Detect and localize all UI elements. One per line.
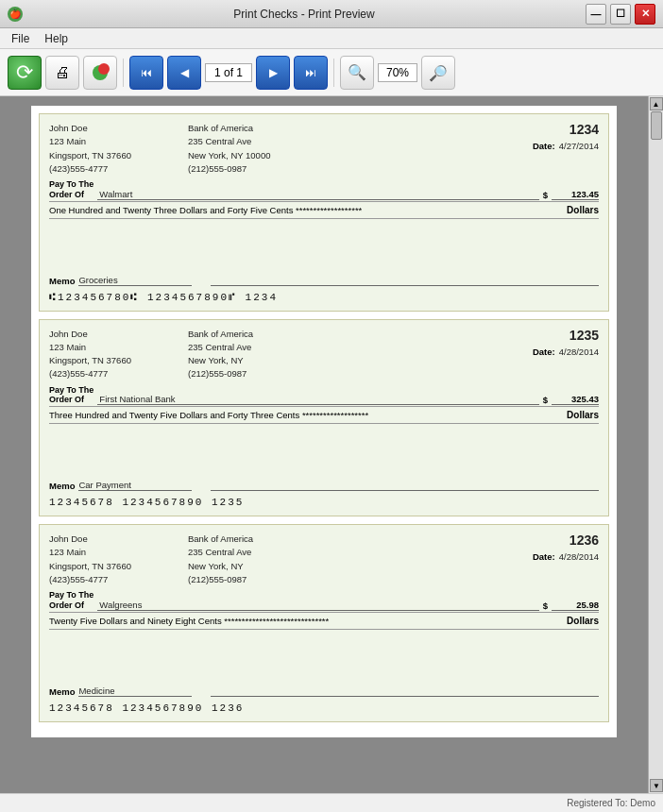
check-3-date-row: Date: 4/28/2014: [523, 551, 599, 562]
check-1-payer: John Doe 123 Main Kingsport, TN 37660 (4…: [49, 122, 131, 176]
toolbar-separator-1: [123, 59, 124, 87]
check-2-header: John Doe 123 Main Kingsport, TN 37660 (4…: [49, 328, 599, 381]
check-2-written-amount: Three Hundred and Twenty Five Dollars an…: [49, 407, 599, 424]
last-page-button[interactable]: ⏭: [294, 56, 328, 90]
check-2-date: 4/28/2014: [559, 347, 599, 357]
check-2-amount: 325.43: [552, 394, 599, 405]
check-2-bank: Bank of America 235 Central Ave New York…: [188, 328, 523, 381]
check-3: John Doe 123 Main Kingsport, TN 37660 (4…: [39, 524, 609, 722]
check-1-date: 4/27/2014: [559, 141, 599, 151]
title-bar: 🍎 Print Checks - Print Preview — ☐ ✕: [0, 0, 663, 28]
check-3-bank: Bank of America 235 Central Ave New York…: [188, 533, 523, 586]
prev-page-button[interactable]: ◀: [167, 56, 201, 90]
page-indicator: 1 of 1: [205, 63, 252, 82]
check-3-micr: 12345678 1234567890 1236: [49, 702, 599, 714]
check-2: John Doe 123 Main Kingsport, TN 37660 (4…: [39, 319, 609, 517]
check-2-number: 1235: [523, 328, 599, 343]
check-2-number-area: 1235 Date: 4/28/2014: [523, 328, 599, 381]
status-bar: Registered To: Demo: [0, 793, 663, 812]
zoom-in-button[interactable]: 🔍: [340, 56, 374, 90]
check-3-payer: John Doe 123 Main Kingsport, TN 37660 (4…: [49, 533, 131, 586]
maximize-button[interactable]: ☐: [610, 4, 631, 25]
check-3-date: 4/28/2014: [559, 551, 599, 562]
title-bar-text: Print Checks - Print Preview: [23, 8, 586, 21]
title-bar-controls: — ☐ ✕: [586, 4, 655, 25]
status-text: Registered To: Demo: [567, 798, 655, 808]
check-1-header: John Doe 123 Main Kingsport, TN 37660 (4…: [49, 122, 599, 176]
back-nav-button[interactable]: ⟳: [8, 56, 42, 90]
minimize-button[interactable]: —: [586, 4, 606, 25]
menu-file[interactable]: File: [4, 30, 37, 47]
check-1: John Doe 123 Main Kingsport, TN 37660 (4…: [39, 113, 609, 312]
main-area: John Doe 123 Main Kingsport, TN 37660 (4…: [0, 96, 663, 793]
check-3-memo: Medicine: [78, 685, 192, 697]
check-1-memo: Groceries: [78, 275, 192, 286]
menu-bar: File Help: [0, 28, 663, 49]
close-button[interactable]: ✕: [635, 4, 655, 25]
check-1-payee: Walmart: [97, 189, 538, 200]
check-2-payer: John Doe 123 Main Kingsport, TN 37660 (4…: [49, 328, 131, 381]
zoom-indicator: 70%: [378, 63, 417, 82]
cancel-button[interactable]: [83, 56, 117, 90]
check-2-body: [49, 424, 599, 476]
zoom-out-button[interactable]: 🔍: [421, 56, 455, 90]
check-2-signature-line: [211, 490, 599, 491]
check-3-written-amount: Twenty Five Dollars and Ninety Eight Cen…: [49, 613, 599, 630]
menu-help[interactable]: Help: [37, 30, 76, 47]
check-1-amount: 123.45: [552, 189, 599, 200]
check-1-body: [49, 219, 599, 271]
next-page-button[interactable]: ▶: [256, 56, 290, 90]
check-3-signature-line: [211, 696, 599, 697]
check-1-date-row: Date: 4/27/2014: [523, 141, 599, 151]
check-3-number: 1236: [523, 533, 599, 548]
check-2-micr: 12345678 1234567890 1235: [49, 497, 599, 508]
check-1-number: 1234: [523, 122, 599, 137]
check-2-payee: First National Bank: [97, 394, 538, 405]
check-3-body: [49, 630, 599, 682]
scroll-area[interactable]: John Doe 123 Main Kingsport, TN 37660 (4…: [0, 96, 648, 793]
check-3-payee: Walgreens: [97, 600, 538, 611]
check-2-payto-row: Pay To TheOrder Of First National Bank $…: [49, 385, 599, 408]
print-button[interactable]: 🖨: [45, 56, 79, 90]
check-1-signature-line: [211, 285, 599, 286]
check-3-number-area: 1236 Date: 4/28/2014: [523, 533, 599, 586]
first-page-button[interactable]: ⏮: [129, 56, 163, 90]
check-1-payto-row: Pay To TheOrder Of Walmart $ 123.45: [49, 179, 599, 202]
check-2-memo: Car Payment: [78, 480, 192, 491]
check-3-payto-row: Pay To TheOrder Of Walgreens $ 25.98: [49, 590, 599, 613]
check-page: John Doe 123 Main Kingsport, TN 37660 (4…: [31, 106, 617, 737]
check-3-header: John Doe 123 Main Kingsport, TN 37660 (4…: [49, 533, 599, 586]
vertical-scrollbar[interactable]: ▲ ▼: [648, 96, 663, 793]
check-2-memo-row: Memo Car Payment: [49, 480, 599, 491]
toolbar: ⟳ 🖨 ⏮ ◀ 1 of 1 ▶ ⏭ 🔍 70% 🔍: [0, 49, 663, 96]
check-3-memo-row: Memo Medicine: [49, 685, 599, 697]
check-1-written-amount: One Hundred and Twenty Three Dollars and…: [49, 202, 599, 219]
toolbar-separator-2: [333, 59, 334, 87]
check-3-amount: 25.98: [552, 600, 599, 611]
check-1-micr: ⑆123456780⑆ 1234567890⑈ 1234: [49, 292, 599, 303]
check-1-number-area: 1234 Date: 4/27/2014: [523, 122, 599, 176]
check-2-date-row: Date: 4/28/2014: [523, 347, 599, 357]
app-icon: 🍎: [8, 7, 23, 22]
check-1-memo-row: Memo Groceries: [49, 275, 599, 286]
check-1-bank: Bank of America 235 Central Ave New York…: [188, 122, 523, 176]
